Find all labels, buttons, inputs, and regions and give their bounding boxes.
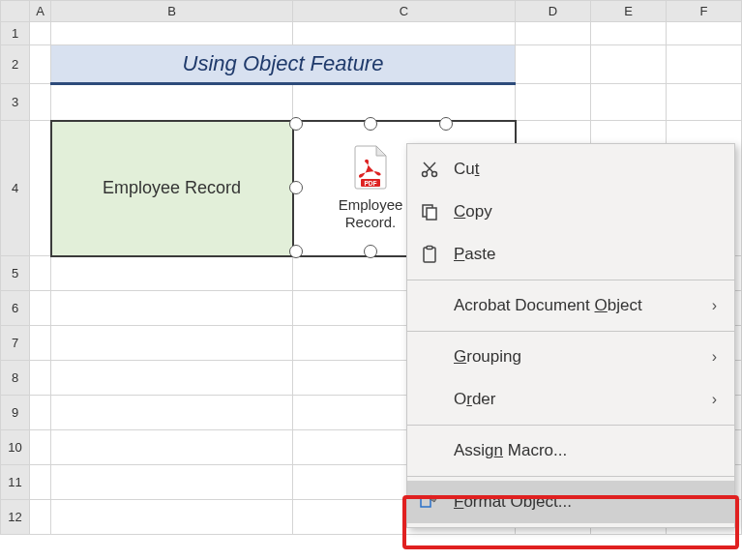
menu-assign-macro-label: Assign Macro... — [454, 441, 717, 460]
row-header-7[interactable]: 7 — [1, 326, 30, 361]
object-filename: Employee Record. — [339, 196, 403, 231]
menu-acrobat-object[interactable]: Acrobat Document Object › — [407, 284, 734, 327]
menu-separator — [407, 476, 734, 477]
svg-point-3 — [432, 172, 437, 177]
menu-format-object[interactable]: Format Object... — [407, 481, 734, 523]
col-header-C[interactable]: C — [293, 1, 516, 22]
menu-separator — [407, 425, 734, 426]
col-header-B[interactable]: B — [51, 1, 293, 22]
menu-grouping-label: Grouping — [454, 347, 700, 367]
svg-point-2 — [423, 172, 428, 177]
clipboard-icon — [417, 242, 442, 267]
chevron-right-icon: › — [712, 391, 717, 408]
menu-format-object-label: Format Object... — [454, 492, 717, 512]
row-header-4[interactable]: 4 — [1, 121, 30, 256]
svg-rect-9 — [427, 247, 432, 250]
row-header-10[interactable]: 10 — [1, 430, 30, 465]
scissors-icon — [417, 157, 442, 182]
menu-paste-label: Paste — [454, 245, 717, 264]
row-header-9[interactable]: 9 — [1, 396, 30, 430]
row-header-3[interactable]: 3 — [1, 84, 30, 121]
format-object-icon — [417, 489, 442, 515]
select-all-corner[interactable] — [1, 1, 30, 22]
row-header-11[interactable]: 11 — [1, 465, 30, 500]
menu-paste[interactable]: Paste — [407, 233, 734, 276]
chevron-right-icon: › — [712, 348, 717, 366]
menu-cut[interactable]: Cut — [407, 148, 734, 191]
menu-assign-macro[interactable]: Assign Macro... — [407, 429, 734, 472]
menu-acrobat-label: Acrobat Document Object — [454, 296, 700, 315]
menu-order-label: Order — [454, 390, 700, 409]
row-header-8[interactable]: 8 — [1, 361, 30, 396]
col-header-E[interactable]: E — [591, 1, 667, 22]
pdf-file-icon: PDF — [351, 144, 390, 191]
col-header-F[interactable]: F — [667, 1, 742, 22]
copy-icon — [417, 199, 442, 224]
row-header-5[interactable]: 5 — [1, 256, 30, 291]
menu-order[interactable]: Order › — [407, 378, 734, 421]
col-header-A[interactable]: A — [30, 1, 51, 22]
row-header-1[interactable]: 1 — [1, 22, 30, 45]
menu-separator — [407, 280, 734, 280]
menu-grouping[interactable]: Grouping › — [407, 336, 734, 378]
menu-cut-label: Cut — [454, 160, 717, 179]
menu-copy[interactable]: Copy — [407, 191, 734, 233]
svg-rect-7 — [427, 208, 436, 220]
title-cell[interactable]: Using Object Feature — [51, 45, 516, 84]
row-header-6[interactable]: 6 — [1, 291, 30, 326]
chevron-right-icon: › — [712, 297, 717, 314]
menu-copy-label: Copy — [454, 202, 717, 221]
menu-separator — [407, 331, 734, 332]
employee-record-cell[interactable]: Employee Record — [51, 121, 293, 256]
svg-text:PDF: PDF — [365, 179, 377, 186]
col-header-D[interactable]: D — [516, 1, 591, 22]
context-menu: Cut Copy Paste Acrobat Document Object ›… — [406, 143, 735, 528]
row-header-2[interactable]: 2 — [1, 45, 30, 84]
row-header-12[interactable]: 12 — [1, 500, 30, 535]
